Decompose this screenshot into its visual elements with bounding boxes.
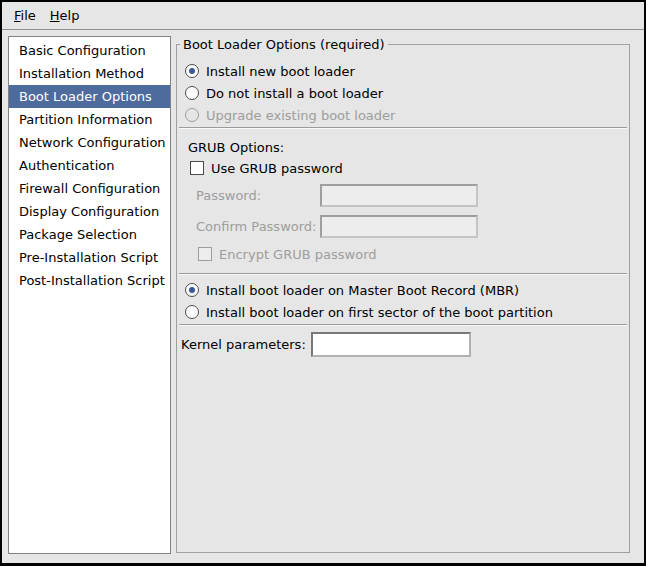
radio-label: Install boot loader on first sector of t… (206, 305, 553, 320)
separator (179, 324, 627, 326)
sidebar-item-basic-configuration[interactable]: Basic Configuration (9, 39, 170, 62)
radio-indicator[interactable] (185, 305, 199, 319)
install-new-boot-loader-radio[interactable]: Install new boot loader (185, 62, 355, 80)
radio-label: Upgrade existing boot loader (206, 108, 395, 123)
separator (179, 127, 627, 129)
kernel-parameters-row: Kernel parameters: (181, 332, 471, 357)
upgrade-existing-boot-loader-radio: Upgrade existing boot loader (185, 106, 395, 124)
install-on-mbr-radio[interactable]: Install boot loader on Master Boot Recor… (185, 281, 519, 299)
boot-loader-options-frame: Boot Loader Options (required) Install n… (176, 44, 630, 553)
radio-label: Install boot loader on Master Boot Recor… (206, 283, 519, 298)
sidebar-item-partition-information[interactable]: Partition Information (9, 108, 170, 131)
kernel-parameters-label: Kernel parameters: (181, 337, 304, 352)
menu-help[interactable]: Help (43, 5, 87, 26)
radio-indicator (185, 108, 199, 122)
sidebar-item-post-installation-script[interactable]: Post-Installation Script (9, 269, 170, 292)
password-field (320, 184, 478, 207)
checkbox-indicator (198, 247, 212, 261)
sidebar-item-pre-installation-script[interactable]: Pre-Installation Script (9, 246, 170, 269)
sidebar-item-firewall-configuration[interactable]: Firewall Configuration (9, 177, 170, 200)
radio-indicator[interactable] (185, 64, 199, 78)
grub-options-label: GRUB Options: (188, 138, 284, 156)
sidebar-item-installation-method[interactable]: Installation Method (9, 62, 170, 85)
sidebar-item-authentication[interactable]: Authentication (9, 154, 170, 177)
checkbox-indicator[interactable] (190, 161, 204, 175)
radio-label: Install new boot loader (206, 64, 355, 79)
kickstart-configurator-window: File Help Basic Configuration Installati… (0, 0, 646, 566)
checkbox-label: Use GRUB password (211, 161, 343, 176)
sidebar-item-package-selection[interactable]: Package Selection (9, 223, 170, 246)
sidebar-item-boot-loader-options[interactable]: Boot Loader Options (9, 85, 170, 108)
use-grub-password-checkbox[interactable]: Use GRUB password (190, 159, 343, 177)
radio-indicator[interactable] (185, 86, 199, 100)
separator (179, 273, 627, 275)
menu-file[interactable]: File (7, 5, 43, 26)
menubar: File Help (2, 2, 644, 30)
grub-password-row: Password: (196, 184, 478, 207)
do-not-install-boot-loader-radio[interactable]: Do not install a boot loader (185, 84, 383, 102)
confirm-password-label: Confirm Password: (196, 219, 313, 234)
kernel-parameters-field[interactable] (311, 332, 471, 357)
sidebar-item-display-configuration[interactable]: Display Configuration (9, 200, 170, 223)
grub-confirm-password-row: Confirm Password: (196, 215, 478, 238)
category-list: Basic Configuration Installation Method … (8, 36, 171, 554)
radio-label: Do not install a boot loader (206, 86, 383, 101)
radio-indicator[interactable] (185, 283, 199, 297)
checkbox-label: Encrypt GRUB password (219, 247, 377, 262)
sidebar-item-network-configuration[interactable]: Network Configuration (9, 131, 170, 154)
frame-title: Boot Loader Options (required) (180, 36, 388, 53)
encrypt-grub-password-checkbox: Encrypt GRUB password (198, 245, 377, 263)
grub-options-text: GRUB Options: (188, 140, 284, 155)
password-label: Password: (196, 188, 313, 203)
confirm-password-field (320, 215, 478, 238)
install-on-first-sector-radio[interactable]: Install boot loader on first sector of t… (185, 303, 553, 321)
